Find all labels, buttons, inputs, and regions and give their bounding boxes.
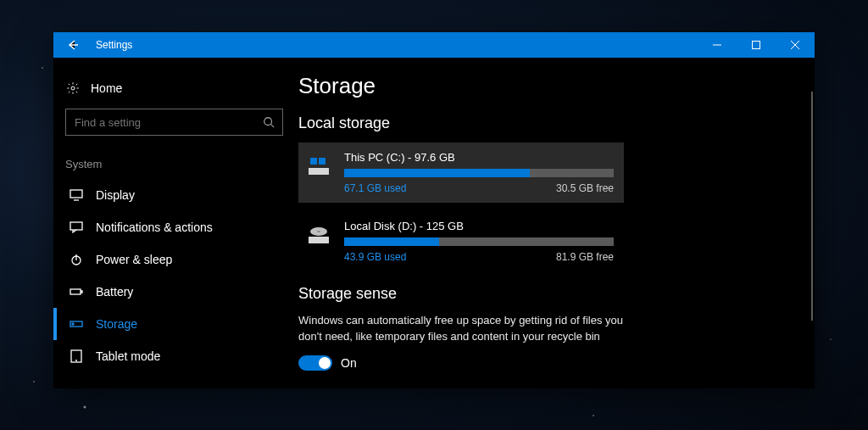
maximize-button[interactable]	[737, 32, 776, 58]
search-input[interactable]	[65, 109, 283, 136]
home-label: Home	[91, 81, 122, 95]
maximize-icon	[752, 41, 760, 49]
sidebar-item-label: Battery	[96, 285, 133, 299]
svg-rect-13	[309, 237, 329, 243]
content: Storage Local storage This PC (C:) - 97.…	[295, 58, 815, 388]
svg-rect-0	[753, 42, 760, 49]
sidebar-item-power[interactable]: Power & sleep	[53, 243, 295, 276]
svg-rect-6	[70, 289, 81, 294]
minimize-icon	[713, 41, 721, 49]
drive-free: 30.5 GB free	[556, 182, 614, 194]
svg-point-2	[264, 118, 272, 126]
storage-icon	[69, 317, 84, 331]
close-icon	[791, 41, 799, 49]
sidebar-item-battery[interactable]: Battery	[53, 276, 295, 308]
storage-sense-heading: Storage sense	[298, 285, 798, 303]
drive-title: Local Disk (D:) - 125 GB	[344, 220, 614, 232]
drive-c[interactable]: This PC (C:) - 97.6 GB 67.1 GB used 30.5…	[298, 142, 624, 203]
drive-windows-icon	[305, 153, 332, 180]
local-storage-heading: Local storage	[298, 114, 798, 132]
search-icon	[263, 116, 275, 128]
sidebar-item-label: Display	[96, 188, 135, 202]
svg-rect-10	[309, 168, 329, 175]
toggle-label: On	[341, 356, 357, 370]
page-title: Storage	[298, 73, 798, 99]
storage-sense-toggle[interactable]	[298, 355, 332, 371]
drive-used: 43.9 GB used	[344, 251, 406, 263]
titlebar: Settings	[53, 32, 815, 58]
minimize-button[interactable]	[698, 32, 737, 58]
usage-bar	[344, 169, 614, 177]
chat-icon	[69, 221, 84, 234]
home-link[interactable]: Home	[53, 75, 295, 109]
storage-sense-description: Windows can automatically free up space …	[298, 313, 629, 345]
back-button[interactable]	[53, 32, 92, 58]
battery-icon	[69, 285, 84, 299]
usage-bar	[344, 237, 614, 246]
svg-rect-4	[70, 222, 82, 230]
sidebar-item-notifications[interactable]: Notifications & actions	[53, 211, 295, 243]
sidebar-item-label: Notifications & actions	[96, 221, 213, 234]
drive-body: This PC (C:) - 97.6 GB 67.1 GB used 30.5…	[344, 151, 614, 194]
search-wrap	[53, 109, 295, 151]
sidebar-item-display[interactable]: Display	[53, 179, 295, 211]
monitor-icon	[69, 188, 84, 202]
storage-sense-toggle-row: On	[298, 355, 798, 371]
usage-bar-fill	[344, 237, 439, 246]
power-icon	[69, 253, 84, 266]
arrow-left-icon	[66, 38, 80, 52]
sidebar: Home System Display Notifications & acti…	[53, 58, 295, 388]
svg-point-1	[71, 87, 75, 90]
sidebar-item-label: Storage	[96, 317, 137, 331]
svg-rect-3	[70, 190, 82, 198]
tablet-icon	[69, 349, 84, 363]
drive-body: Local Disk (D:) - 125 GB 43.9 GB used 81…	[344, 220, 614, 263]
gear-icon	[65, 81, 81, 95]
sidebar-group-system: System	[53, 151, 295, 179]
drive-meta: 67.1 GB used 30.5 GB free	[344, 182, 614, 194]
settings-window: Settings Home System	[53, 32, 815, 388]
sidebar-item-label: Tablet mode	[96, 349, 160, 363]
scrollbar[interactable]	[811, 92, 813, 321]
usage-bar-fill	[344, 169, 530, 177]
drive-title: This PC (C:) - 97.6 GB	[344, 151, 614, 164]
drive-free: 81.9 GB free	[556, 251, 614, 263]
sidebar-item-label: Power & sleep	[96, 253, 172, 266]
window-body: Home System Display Notifications & acti…	[53, 58, 815, 388]
svg-rect-11	[310, 158, 317, 165]
drive-d[interactable]: Local Disk (D:) - 125 GB 43.9 GB used 81…	[298, 211, 624, 271]
window-title: Settings	[92, 39, 132, 51]
sidebar-item-storage[interactable]: Storage	[53, 308, 295, 340]
svg-point-8	[72, 323, 74, 325]
svg-point-15	[317, 231, 320, 232]
drive-meta: 43.9 GB used 81.9 GB free	[344, 251, 614, 263]
drive-disk-icon	[305, 221, 332, 249]
drive-used: 67.1 GB used	[344, 182, 406, 194]
svg-rect-12	[319, 158, 326, 165]
sidebar-item-tablet[interactable]: Tablet mode	[53, 340, 295, 372]
close-button[interactable]	[776, 32, 815, 58]
